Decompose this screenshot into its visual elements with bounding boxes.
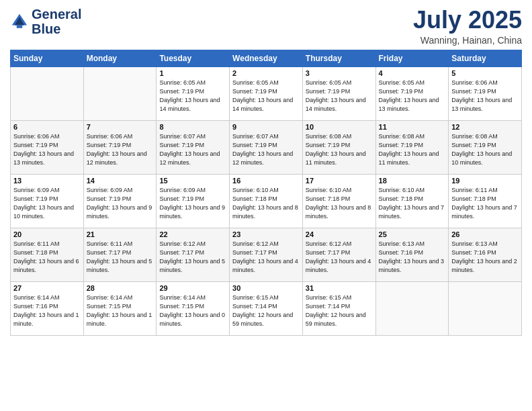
table-row: 7Sunrise: 6:06 AM Sunset: 7:19 PM Daylig…: [83, 120, 157, 174]
day-info: Sunrise: 6:15 AM Sunset: 7:14 PM Dayligh…: [232, 293, 300, 328]
title-block: July 2025 Wanning, Hainan, China: [413, 7, 522, 46]
day-number: 20: [13, 230, 81, 238]
day-info: Sunrise: 6:12 AM Sunset: 7:17 PM Dayligh…: [306, 240, 373, 275]
day-number: 28: [87, 284, 154, 292]
logo-general: General: [32, 7, 81, 21]
day-number: 27: [13, 284, 81, 292]
table-row: 1Sunrise: 6:05 AM Sunset: 7:19 PM Daylig…: [157, 66, 230, 120]
table-row: 17Sunrise: 6:10 AM Sunset: 7:18 PM Dayli…: [302, 174, 375, 228]
day-info: Sunrise: 6:12 AM Sunset: 7:17 PM Dayligh…: [159, 240, 226, 275]
day-info: Sunrise: 6:14 AM Sunset: 7:15 PM Dayligh…: [159, 293, 226, 328]
table-row: 9Sunrise: 6:07 AM Sunset: 7:19 PM Daylig…: [230, 120, 303, 174]
col-thursday: Thursday: [302, 50, 375, 66]
day-info: Sunrise: 6:10 AM Sunset: 7:18 PM Dayligh…: [232, 186, 300, 221]
day-info: Sunrise: 6:10 AM Sunset: 7:18 PM Dayligh…: [306, 186, 373, 221]
table-row: 26Sunrise: 6:13 AM Sunset: 7:16 PM Dayli…: [449, 228, 522, 281]
day-info: Sunrise: 6:10 AM Sunset: 7:18 PM Dayligh…: [379, 186, 446, 221]
day-info: Sunrise: 6:13 AM Sunset: 7:16 PM Dayligh…: [379, 240, 446, 275]
table-row: 14Sunrise: 6:09 AM Sunset: 7:19 PM Dayli…: [83, 174, 157, 228]
day-number: 30: [232, 284, 300, 292]
col-friday: Friday: [375, 50, 449, 66]
table-row: 23Sunrise: 6:12 AM Sunset: 7:17 PM Dayli…: [230, 228, 303, 281]
table-row: [83, 66, 157, 120]
table-row: 29Sunrise: 6:14 AM Sunset: 7:15 PM Dayli…: [157, 281, 230, 335]
table-row: 3Sunrise: 6:05 AM Sunset: 7:19 PM Daylig…: [302, 66, 375, 120]
day-number: 7: [87, 123, 154, 131]
day-info: Sunrise: 6:11 AM Sunset: 7:17 PM Dayligh…: [87, 240, 154, 275]
table-row: 18Sunrise: 6:10 AM Sunset: 7:18 PM Dayli…: [375, 174, 449, 228]
day-info: Sunrise: 6:11 AM Sunset: 7:18 PM Dayligh…: [451, 186, 519, 221]
col-monday: Monday: [83, 50, 157, 66]
calendar-week-row: 20Sunrise: 6:11 AM Sunset: 7:18 PM Dayli…: [11, 228, 522, 281]
table-row: 10Sunrise: 6:08 AM Sunset: 7:19 PM Dayli…: [302, 120, 375, 174]
table-row: 22Sunrise: 6:12 AM Sunset: 7:17 PM Dayli…: [157, 228, 230, 281]
day-number: 17: [306, 177, 373, 185]
table-row: 31Sunrise: 6:15 AM Sunset: 7:14 PM Dayli…: [302, 281, 375, 335]
day-number: 15: [159, 177, 226, 185]
logo-blue: Blue: [32, 21, 60, 36]
table-row: 30Sunrise: 6:15 AM Sunset: 7:14 PM Dayli…: [230, 281, 303, 335]
day-info: Sunrise: 6:08 AM Sunset: 7:19 PM Dayligh…: [451, 132, 519, 167]
day-number: 21: [87, 230, 154, 238]
col-sunday: Sunday: [11, 50, 84, 66]
day-info: Sunrise: 6:05 AM Sunset: 7:19 PM Dayligh…: [306, 79, 373, 113]
table-row: 25Sunrise: 6:13 AM Sunset: 7:16 PM Dayli…: [375, 228, 449, 281]
table-row: 4Sunrise: 6:05 AM Sunset: 7:19 PM Daylig…: [375, 66, 449, 120]
day-number: 29: [159, 284, 226, 292]
month-title: July 2025: [413, 7, 522, 34]
col-tuesday: Tuesday: [157, 50, 230, 66]
day-info: Sunrise: 6:08 AM Sunset: 7:19 PM Dayligh…: [306, 132, 373, 167]
table-row: 16Sunrise: 6:10 AM Sunset: 7:18 PM Dayli…: [230, 174, 303, 228]
calendar-week-row: 27Sunrise: 6:14 AM Sunset: 7:16 PM Dayli…: [11, 281, 522, 335]
header: General Blue July 2025 Wanning, Hainan, …: [10, 7, 522, 46]
day-info: Sunrise: 6:07 AM Sunset: 7:19 PM Dayligh…: [159, 132, 226, 167]
day-info: Sunrise: 6:06 AM Sunset: 7:19 PM Dayligh…: [451, 79, 519, 113]
table-row: 28Sunrise: 6:14 AM Sunset: 7:15 PM Dayli…: [83, 281, 157, 335]
table-row: 19Sunrise: 6:11 AM Sunset: 7:18 PM Dayli…: [449, 174, 522, 228]
day-info: Sunrise: 6:09 AM Sunset: 7:19 PM Dayligh…: [87, 186, 154, 221]
day-info: Sunrise: 6:05 AM Sunset: 7:19 PM Dayligh…: [379, 79, 446, 113]
day-number: 2: [232, 69, 300, 77]
day-number: 19: [451, 177, 519, 185]
day-info: Sunrise: 6:09 AM Sunset: 7:19 PM Dayligh…: [159, 186, 226, 221]
table-row: 13Sunrise: 6:09 AM Sunset: 7:19 PM Dayli…: [11, 174, 84, 228]
table-row: 20Sunrise: 6:11 AM Sunset: 7:18 PM Dayli…: [11, 228, 84, 281]
day-info: Sunrise: 6:06 AM Sunset: 7:19 PM Dayligh…: [13, 132, 81, 167]
day-number: 22: [159, 230, 226, 238]
svg-rect-2: [17, 26, 22, 28]
day-number: 6: [13, 123, 81, 131]
day-info: Sunrise: 6:13 AM Sunset: 7:16 PM Dayligh…: [451, 240, 519, 275]
day-info: Sunrise: 6:07 AM Sunset: 7:19 PM Dayligh…: [232, 132, 300, 167]
day-number: 3: [306, 69, 373, 77]
logo-text: General Blue: [32, 7, 81, 36]
table-row: [11, 66, 84, 120]
day-info: Sunrise: 6:14 AM Sunset: 7:15 PM Dayligh…: [87, 293, 154, 328]
day-info: Sunrise: 6:11 AM Sunset: 7:18 PM Dayligh…: [13, 240, 81, 275]
day-info: Sunrise: 6:08 AM Sunset: 7:19 PM Dayligh…: [379, 132, 446, 167]
day-number: 9: [232, 123, 300, 131]
table-row: [375, 281, 449, 335]
logo-icon: [10, 12, 29, 31]
calendar-header-row: Sunday Monday Tuesday Wednesday Thursday…: [11, 50, 522, 66]
day-number: 13: [13, 177, 81, 185]
calendar: Sunday Monday Tuesday Wednesday Thursday…: [10, 50, 522, 336]
day-info: Sunrise: 6:12 AM Sunset: 7:17 PM Dayligh…: [232, 240, 300, 275]
table-row: 5Sunrise: 6:06 AM Sunset: 7:19 PM Daylig…: [449, 66, 522, 120]
table-row: 6Sunrise: 6:06 AM Sunset: 7:19 PM Daylig…: [11, 120, 84, 174]
day-number: 25: [379, 230, 446, 238]
day-number: 23: [232, 230, 300, 238]
day-number: 18: [379, 177, 446, 185]
day-number: 11: [379, 123, 446, 131]
table-row: 24Sunrise: 6:12 AM Sunset: 7:17 PM Dayli…: [302, 228, 375, 281]
table-row: 27Sunrise: 6:14 AM Sunset: 7:16 PM Dayli…: [11, 281, 84, 335]
table-row: 21Sunrise: 6:11 AM Sunset: 7:17 PM Dayli…: [83, 228, 157, 281]
calendar-week-row: 1Sunrise: 6:05 AM Sunset: 7:19 PM Daylig…: [11, 66, 522, 120]
logo: General Blue: [10, 7, 81, 36]
day-number: 5: [451, 69, 519, 77]
location-subtitle: Wanning, Hainan, China: [413, 35, 522, 46]
day-number: 16: [232, 177, 300, 185]
day-info: Sunrise: 6:14 AM Sunset: 7:16 PM Dayligh…: [13, 293, 81, 328]
day-number: 8: [159, 123, 226, 131]
calendar-week-row: 6Sunrise: 6:06 AM Sunset: 7:19 PM Daylig…: [11, 120, 522, 174]
table-row: 11Sunrise: 6:08 AM Sunset: 7:19 PM Dayli…: [375, 120, 449, 174]
